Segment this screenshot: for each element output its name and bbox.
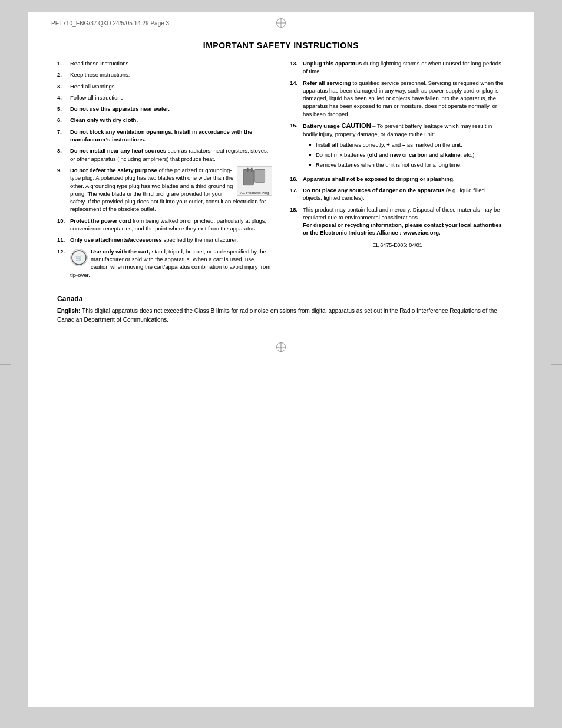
- item-text: Protect the power cord from being walked…: [70, 217, 272, 233]
- two-column-layout: 1. Read these instructions. 2. Keep thes…: [57, 60, 505, 282]
- corner-mark-tl-v: [5, 0, 5, 15]
- caution-label: CAUTION: [341, 122, 371, 129]
- corner-mark-br-v: [557, 713, 557, 728]
- cart-image-inner: 🛒: [70, 249, 88, 266]
- item-text: Apparatus shall not be exposed to drippi…: [303, 175, 505, 183]
- plug-svg: [239, 167, 271, 190]
- corner-mark-br-h: [547, 723, 562, 723]
- list-item: 17. Do not place any sources of danger o…: [290, 186, 505, 202]
- document-page: PET710_ENG/37.QXD 24/5/05 14:29 Page 3 I…: [28, 12, 534, 707]
- item-number: 8.: [57, 147, 70, 154]
- item-number: 13.: [290, 60, 303, 67]
- list-item: 10. Protect the power cord from being wa…: [57, 217, 272, 233]
- left-column: 1. Read these instructions. 2. Keep thes…: [57, 60, 272, 282]
- el-code: EL 6475-E005: 04/01: [290, 242, 505, 249]
- item-text: Unplug this apparatus during lightning s…: [303, 60, 505, 75]
- corner-mark-tl-h: [0, 5, 15, 5]
- header-file-info: PET710_ENG/37.QXD 24/5/05 14:29 Page 3: [51, 20, 264, 27]
- item-number: 6.: [57, 116, 70, 124]
- item-number: 4.: [57, 94, 70, 101]
- list-item: 6. Clean only with dry cloth.: [57, 116, 272, 124]
- list-item: 9.: [57, 166, 272, 213]
- item-text: Follow all instructions.: [70, 94, 272, 101]
- list-item: 13. Unplug this apparatus during lightni…: [290, 60, 505, 75]
- list-item: 4. Follow all instructions.: [57, 94, 272, 101]
- list-item: 15. Battery usage CAUTION – To prevent b…: [290, 121, 505, 172]
- item-text: Heed all warnings.: [70, 83, 272, 90]
- list-item: 1. Read these instructions.: [57, 60, 272, 67]
- bullet-text: Remove batteries when the unit is not us…: [316, 161, 505, 169]
- corner-mark-bl-h: [0, 723, 15, 723]
- item-number: 5.: [57, 105, 70, 113]
- canada-text: English: This digital apparatus does not…: [57, 307, 505, 324]
- item-number: 7.: [57, 128, 70, 136]
- list-item: 18. This product may contain lead and me…: [290, 206, 505, 237]
- page-wrapper: PET710_ENG/37.QXD 24/5/05 14:29 Page 3 I…: [0, 0, 562, 728]
- page-header: PET710_ENG/37.QXD 24/5/05 14:29 Page 3: [28, 12, 534, 32]
- corner-mark-tr-h: [547, 5, 562, 5]
- bullet-dot: ●: [309, 141, 316, 148]
- item-text: Battery usage CAUTION – To prevent batte…: [303, 121, 505, 172]
- plug-image: AC Polarized Plug: [237, 166, 272, 196]
- item-text: Do not use this apparatus near water.: [70, 105, 272, 113]
- svg-rect-3: [254, 169, 265, 182]
- item-number: 10.: [57, 217, 70, 225]
- side-mark-right: [551, 364, 562, 365]
- item-number: 2.: [57, 71, 70, 78]
- canada-title: Canada: [57, 295, 505, 303]
- right-column: 13. Unplug this apparatus during lightni…: [290, 60, 505, 282]
- list-item: 2. Keep these instructions.: [57, 71, 272, 78]
- svg-rect-2: [250, 168, 252, 172]
- item-number: 16.: [290, 175, 303, 183]
- item-number: 9.: [57, 166, 70, 174]
- item-text: Read these instructions.: [70, 60, 272, 67]
- bullet-item: ● Remove batteries when the unit is not …: [309, 161, 505, 169]
- cart-image: 🛒: [70, 249, 88, 266]
- plug-image-inner: AC Polarized Plug: [237, 166, 272, 196]
- svg-rect-1: [246, 168, 248, 172]
- crosshair-h: [277, 347, 285, 347]
- bullet-text: Do not mix batteries (old and new or car…: [316, 151, 505, 159]
- item-text: Do not place any sources of danger on th…: [303, 186, 505, 202]
- plug-label: AC Polarized Plug: [240, 191, 269, 195]
- list-item: 8. Do not install near any heat sources …: [57, 147, 272, 163]
- list-item: 7. Do not block any ventilation openings…: [57, 128, 272, 144]
- item-number: 11.: [57, 236, 70, 243]
- item-number: 18.: [290, 206, 303, 213]
- item-text: AC Polarized Plug Do not defeat the safe…: [70, 166, 272, 213]
- item-text: This product may contain lead and mercur…: [303, 206, 505, 237]
- bullet-item: ● Do not mix batteries (old and new or c…: [309, 151, 505, 159]
- header-crosshair: [276, 18, 286, 28]
- bullet-dot: ●: [309, 151, 316, 158]
- main-title: IMPORTANT SAFETY INSTRUCTIONS: [57, 41, 505, 50]
- list-item: 5. Do not use this apparatus near water.: [57, 105, 272, 113]
- crosshair-mark: [276, 342, 286, 353]
- item-number: 15.: [290, 121, 303, 129]
- bottom-crosshair: [57, 342, 505, 364]
- item-number: 12.: [57, 248, 70, 255]
- corner-mark-tr-v: [557, 0, 557, 15]
- item-text: Do not install near any heat sources suc…: [70, 147, 272, 163]
- canada-section: Canada English: This digital apparatus d…: [57, 291, 505, 324]
- bullet-item: ● Install all batteries correctly, + and…: [309, 141, 505, 149]
- list-item: 14. Refer all servicing to qualified ser…: [290, 79, 505, 118]
- corner-mark-bl-v: [5, 713, 5, 728]
- list-item: 12. 🛒: [57, 248, 272, 279]
- cart-svg: 🛒: [71, 250, 87, 265]
- list-item: 16. Apparatus shall not be exposed to dr…: [290, 175, 505, 183]
- item-number: 3.: [57, 83, 70, 90]
- item-text: Keep these instructions.: [70, 71, 272, 78]
- list-item: 3. Heed all warnings.: [57, 83, 272, 90]
- item-text: Do not block any ventilation openings. I…: [70, 128, 272, 144]
- item-text: 🛒 Use only with the cart, stand, tripod,…: [70, 248, 272, 279]
- item-text: Refer all servicing to qualified service…: [303, 79, 505, 118]
- list-item: 11. Only use attachments/accessories spe…: [57, 236, 272, 243]
- svg-text:🛒: 🛒: [75, 254, 83, 262]
- bullet-text: Install all batteries correctly, + and –…: [316, 141, 505, 149]
- item-number: 17.: [290, 186, 303, 194]
- bullet-list: ● Install all batteries correctly, + and…: [309, 141, 505, 169]
- bullet-dot: ●: [309, 162, 316, 168]
- side-mark-left: [0, 364, 11, 365]
- item-number: 14.: [290, 79, 303, 87]
- item-text: Only use attachments/accessories specifi…: [70, 236, 272, 243]
